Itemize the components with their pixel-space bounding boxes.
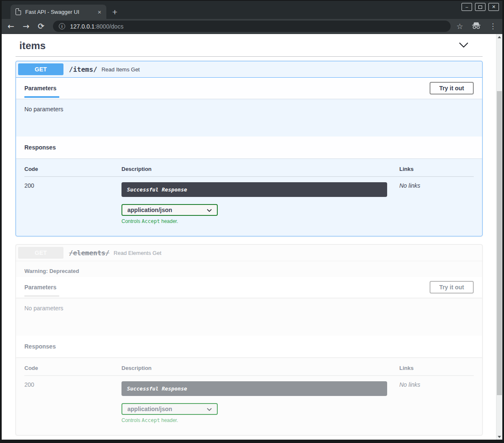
select-chevron-icon [207, 206, 212, 214]
bookmark-icon[interactable]: ☆ [457, 22, 463, 31]
kebab-menu-icon[interactable]: ⋮ [489, 22, 496, 31]
incognito-icon [472, 22, 481, 31]
try-it-out-button[interactable]: Try it out [430, 281, 474, 294]
response-links: No links [399, 177, 474, 224]
endpoint-path: /items/ [69, 66, 97, 73]
parameters-body: No parameters [16, 99, 482, 136]
column-header-code: Code [24, 166, 121, 176]
document-icon [16, 8, 21, 15]
no-parameters-text: No parameters [24, 305, 63, 312]
responses-header: Responses [16, 136, 482, 158]
url-text[interactable]: 127.0.0.1:8000/docs [70, 23, 124, 30]
endpoint-path: /elements/ [69, 249, 109, 257]
column-header-code: Code [24, 365, 121, 375]
responses-table: Code Description Links 200 Successful Re… [24, 166, 474, 224]
new-tab-button[interactable]: + [112, 8, 117, 16]
try-it-out-button[interactable]: Try it out [430, 82, 474, 94]
parameters-header: Parameters Try it out [16, 277, 482, 298]
opblock-summary[interactable]: GET /items/ Read Items Get [16, 61, 482, 78]
vertical-scrollbar[interactable] [496, 34, 502, 440]
responses-header: Responses [16, 336, 482, 357]
address-bar[interactable]: i 127.0.0.1:8000/docs [53, 21, 451, 32]
method-badge: GET [18, 63, 63, 75]
maximize-button[interactable] [475, 3, 486, 11]
accept-header-note: Controls Accept header. [121, 417, 399, 423]
no-parameters-text: No parameters [24, 106, 63, 113]
media-type-select[interactable]: application/json [121, 204, 218, 216]
parameters-header: Parameters Try it out [16, 78, 482, 99]
toolbar-actions: ☆ ⋮ [457, 22, 496, 31]
method-badge: GET [18, 247, 63, 259]
swagger-page: items GET /items/ Read Items Get Paramet… [2, 34, 496, 440]
active-tab-underline [24, 295, 59, 297]
responses-body: Code Description Links 200 Successful Re… [16, 158, 482, 236]
scroll-up-icon[interactable] [496, 34, 502, 40]
tab-close-icon[interactable]: × [96, 8, 103, 16]
chevron-down-icon[interactable] [459, 42, 469, 50]
reload-icon[interactable]: ⟳ [38, 22, 45, 30]
browser-window: Fast API - Swagger UI × + – ✕ ← → ⟳ i 12… [0, 0, 504, 443]
maximize-icon [478, 5, 482, 9]
back-icon[interactable]: ← [8, 22, 14, 30]
response-description-cell: Successful Response application/json Con… [121, 177, 399, 224]
minimize-button[interactable]: – [462, 3, 472, 11]
response-description-box: Successful Response [121, 381, 387, 396]
section-header-items[interactable]: items [14, 38, 484, 52]
url-path: :8000/docs [95, 23, 124, 30]
browser-titlebar: Fast API - Swagger UI × + – ✕ [2, 1, 502, 19]
response-description-cell: Successful Response application/json Con… [121, 376, 399, 423]
response-code: 200 [24, 376, 121, 423]
window-controls: – ✕ [462, 3, 499, 11]
close-button[interactable]: ✕ [488, 3, 499, 11]
column-header-description: Description [121, 365, 399, 375]
column-header-links: Links [399, 166, 474, 176]
browser-toolbar: ← → ⟳ i 127.0.0.1:8000/docs ☆ ⋮ [2, 19, 502, 34]
opblock-get-elements-deprecated: GET /elements/ Read Elements Get Warning… [16, 244, 483, 435]
section-divider [16, 56, 483, 57]
media-type-select[interactable]: application/json [121, 403, 218, 415]
page-viewport: items GET /items/ Read Items Get Paramet… [2, 34, 502, 440]
scroll-down-icon[interactable] [496, 434, 502, 440]
response-code: 200 [24, 177, 121, 224]
forward-icon[interactable]: → [23, 22, 29, 30]
column-header-links: Links [399, 365, 474, 375]
browser-tab[interactable]: Fast API - Swagger UI × [11, 5, 106, 19]
site-info-icon[interactable]: i [59, 23, 65, 29]
select-chevron-icon [207, 405, 212, 413]
tab-parameters[interactable]: Parameters [24, 283, 56, 295]
opblock-get-items: GET /items/ Read Items Get Parameters Tr… [16, 61, 483, 236]
opblock-summary[interactable]: GET /elements/ Read Elements Get [16, 245, 482, 261]
endpoint-summary: Read Elements Get [113, 250, 161, 256]
active-tab-underline [24, 96, 59, 98]
responses-body: Code Description Links 200 Successful Re… [16, 357, 482, 435]
tab-title: Fast API - Swagger UI [25, 9, 96, 15]
response-description-box: Successful Response [121, 182, 387, 197]
section-title: items [19, 40, 46, 52]
deprecated-warning: Warning: Deprecated [16, 261, 482, 277]
endpoint-summary: Read Items Get [101, 66, 140, 73]
url-host: 127.0.0.1 [70, 23, 95, 30]
scrollbar-thumb[interactable] [497, 91, 502, 395]
tab-parameters[interactable]: Parameters [24, 84, 56, 96]
accept-header-note: Controls Accept header. [121, 218, 399, 224]
responses-table: Code Description Links 200 Successful Re… [24, 365, 474, 423]
response-links: No links [399, 376, 474, 423]
parameters-body: No parameters [16, 298, 482, 336]
column-header-description: Description [121, 166, 399, 176]
